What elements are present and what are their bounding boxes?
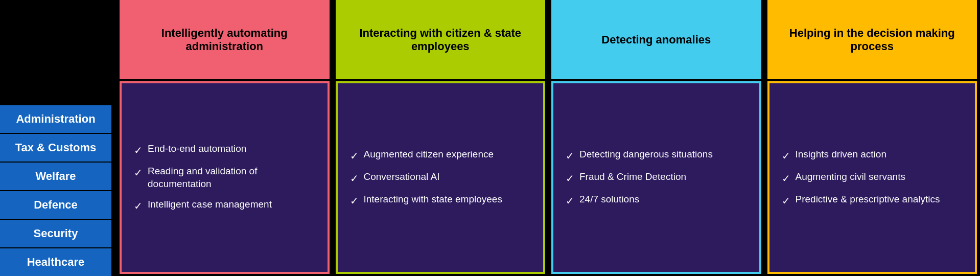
content-cell-3: ✓Insights driven action✓Augmenting civil… [767,81,977,274]
bullet-text: Augmenting civil servants [796,171,905,183]
content-cell-2: ✓Detecting dangerous situations✓Fraud & … [551,81,761,274]
bullet-text: Reading and validation of documentation [148,165,315,190]
check-icon: ✓ [134,144,143,157]
check-icon: ✓ [566,172,574,185]
sidebar-item-defence[interactable]: Defence [0,191,111,219]
check-icon: ✓ [134,166,143,179]
sidebar-item-administration[interactable]: Administration [0,105,111,133]
sidebar: AdministrationTax & CustomsWelfareDefenc… [0,0,111,276]
check-icon: ✓ [566,149,574,163]
sidebar-item-tax--customs[interactable]: Tax & Customs [0,134,111,162]
bullet-item-0-0: ✓End-to-end automation [134,143,315,157]
bullet-text: Predictive & prescriptive analytics [796,193,940,206]
main-content: Intelligently automating administrationI… [111,0,980,276]
bullet-item-0-2: ✓Intelligent case management [134,198,315,213]
check-icon: ✓ [350,172,359,185]
bullet-item-3-2: ✓Predictive & prescriptive analytics [782,193,963,208]
bullet-item-3-0: ✓Insights driven action [782,148,963,163]
bullet-text: Detecting dangerous situations [579,148,713,161]
bullet-item-0-1: ✓Reading and validation of documentation [134,165,315,190]
sidebar-item-healthcare[interactable]: Healthcare [0,248,111,276]
bullet-text: Fraud & Crime Detection [579,171,686,183]
check-icon: ✓ [782,149,790,163]
bullet-text: End-to-end automation [148,143,246,155]
check-icon: ✓ [350,194,359,208]
bullet-item-2-1: ✓Fraud & Crime Detection [566,171,747,185]
bullet-item-2-0: ✓Detecting dangerous situations [566,148,747,163]
header-cell-2: Detecting anomalies [551,0,761,79]
header-cell-1: Interacting with citizen & state employe… [336,0,546,79]
bullet-item-1-2: ✓Interacting with state employees [350,193,531,208]
check-icon: ✓ [566,194,574,208]
header-cell-3: Helping in the decision making process [767,0,977,79]
bullet-item-1-1: ✓Conversational AI [350,171,531,185]
content-cell-1: ✓Augmented citizen experience✓Conversati… [336,81,546,274]
bullet-text: Insights driven action [796,148,887,161]
bullet-item-3-1: ✓Augmenting civil servants [782,171,963,185]
bullet-item-1-0: ✓Augmented citizen experience [350,148,531,163]
check-icon: ✓ [782,172,790,185]
sidebar-item-security[interactable]: Security [0,220,111,247]
bullet-item-2-2: ✓24/7 solutions [566,193,747,208]
content-row: ✓End-to-end automation✓Reading and valid… [116,81,980,274]
content-cell-0: ✓End-to-end automation✓Reading and valid… [120,81,330,274]
check-icon: ✓ [134,199,143,213]
check-icon: ✓ [782,194,790,208]
header-cell-0: Intelligently automating administration [120,0,330,79]
bullet-text: Conversational AI [364,171,440,183]
bullet-text: Augmented citizen experience [364,148,494,161]
sidebar-item-welfare[interactable]: Welfare [0,163,111,190]
check-icon: ✓ [350,149,359,163]
header-row: Intelligently automating administrationI… [116,0,980,79]
bullet-text: Interacting with state employees [364,193,502,206]
bullet-text: 24/7 solutions [579,193,639,206]
bullet-text: Intelligent case management [148,198,272,211]
